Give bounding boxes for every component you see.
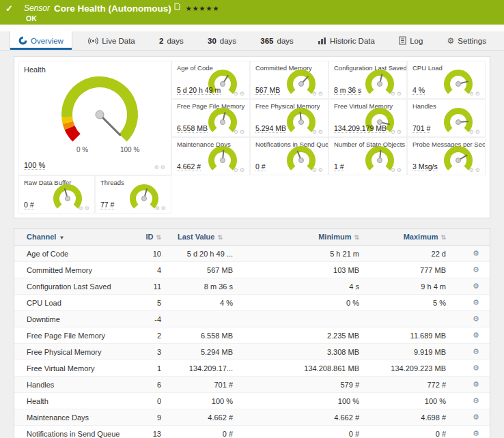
sort-icon: ⇅	[156, 234, 161, 241]
column-header-minimum[interactable]: Minimum⇅	[238, 229, 365, 246]
channel-gauge-cell[interactable]: Handles 701 # ⚙⚙	[407, 99, 486, 137]
channel-table-row[interactable]: Free Virtual Memory 1 134.209.17... 134.…	[14, 360, 490, 377]
channel-table-row[interactable]: Downtime -4 ⚙	[14, 311, 490, 327]
channel-settings-icon[interactable]: ⚙	[473, 364, 479, 372]
gauge-value[interactable]: 8 m 36 s	[334, 86, 361, 95]
tab-settings[interactable]: ⚙ Settings	[439, 31, 494, 50]
channel-gauge-cell[interactable]: Maintenance Days 4.662 # ⚙⚙	[171, 137, 250, 175]
channel-name[interactable]: Maintenance Days	[14, 409, 134, 426]
bottom-gauge-row: Raw Data Buffer 0 # ⚙⚙ Threads 77 # ⚙⚙	[18, 175, 171, 214]
channel-name[interactable]: Handles	[14, 377, 134, 393]
channel-table-row[interactable]: Committed Memory 4 567 MB 103 MB 777 MB …	[14, 262, 490, 278]
channel-gauge-cell[interactable]: Probe Messages per Second 3 Msg/s ⚙⚙	[407, 137, 486, 175]
channel-table-row[interactable]: Free Physical Memory 3 5.294 MB 3.308 MB…	[14, 344, 490, 360]
channel-gauge-cell[interactable]: Free Page File Memory 6.558 MB ⚙⚙	[171, 99, 250, 137]
channel-table-row[interactable]: Free Page File Memory 2 6.558 MB 2.235 M…	[14, 327, 490, 344]
channel-name[interactable]: Free Virtual Memory	[14, 360, 134, 377]
gauge-settings-icons[interactable]: ⚙⚙	[155, 205, 167, 211]
channel-settings-icon[interactable]: ⚙	[473, 396, 479, 405]
health-gauge-cell[interactable]: Health 0 % 100 % 100 % ⚙⚙	[18, 61, 171, 175]
channel-name[interactable]: Committed Memory	[14, 262, 134, 278]
column-header-channel[interactable]: Channel▼	[14, 229, 134, 246]
channel-name[interactable]: Health	[14, 393, 134, 409]
gauge-value[interactable]: 100 %	[24, 161, 45, 170]
gauge-value[interactable]: 701 #	[412, 124, 430, 133]
gauge-value[interactable]: 5.294 MB	[255, 124, 286, 133]
gauge-settings-icons[interactable]: ⚙⚙	[234, 167, 246, 173]
channel-settings-icon[interactable]: ⚙	[473, 380, 479, 388]
gauge-value[interactable]: 4.662 #	[177, 162, 201, 171]
channel-gauge-cell[interactable]: Raw Data Buffer 0 # ⚙⚙	[18, 175, 95, 214]
gauge-settings-icons[interactable]: ⚙⚙	[391, 91, 403, 97]
channel-gauge-cell[interactable]: Threads 77 # ⚙⚙	[95, 175, 171, 214]
channel-settings-icon[interactable]: ⚙	[473, 265, 479, 274]
channel-name[interactable]: Free Page File Memory	[14, 327, 134, 344]
channel-table-row[interactable]: Handles 6 701 # 579 # 772 # ⚙	[14, 377, 490, 393]
tab-overview[interactable]: Overview	[10, 31, 72, 50]
gauge-settings-icons[interactable]: ⚙⚙	[469, 167, 481, 173]
gauge-value[interactable]: 567 MB	[255, 86, 280, 95]
channel-gauge-cell[interactable]: Number of State Objects 1 # ⚙⚙	[328, 137, 407, 175]
channel-name[interactable]: Notifications in Send Queue	[14, 426, 134, 438]
channel-name[interactable]: Downtime	[14, 311, 134, 327]
tab-365-days[interactable]: 365 days	[252, 31, 301, 50]
gauge-settings-icons[interactable]: ⚙⚙	[391, 129, 403, 135]
channel-gauge-cell[interactable]: CPU Load 4 % ⚙⚙	[407, 61, 486, 99]
channel-gauge-cell[interactable]: Notifications in Send Queue 0 # ⚙⚙	[250, 137, 328, 175]
gauge-value[interactable]: 4 %	[412, 86, 425, 95]
gauge-value[interactable]: 0 #	[24, 201, 34, 209]
gauge-settings-icons[interactable]: ⚙⚙	[234, 129, 246, 135]
gauge-settings-icons[interactable]: ⚙⚙	[391, 167, 403, 173]
tab-log[interactable]: Log	[391, 31, 431, 50]
gauge-value[interactable]: 134.209.179 MB	[334, 124, 387, 133]
channel-settings-icon[interactable]: ⚙	[473, 331, 479, 339]
tab-30-days[interactable]: 30 days	[199, 31, 244, 50]
tab-historic-data[interactable]: Historic Data	[309, 31, 383, 50]
channel-settings-icon[interactable]: ⚙	[473, 347, 479, 355]
gauge-settings-icons[interactable]: ⚙⚙	[469, 91, 481, 97]
channel-name[interactable]: CPU Load	[14, 295, 134, 311]
gauge-value[interactable]: 6.558 MB	[177, 124, 208, 133]
channel-table-row[interactable]: Configuration Last Saved 11 8 m 36 s 4 s…	[14, 278, 490, 295]
gauge-value[interactable]: 0 #	[255, 162, 266, 171]
gauge-settings-icons[interactable]: ⚙⚙	[234, 91, 246, 97]
channel-table-row[interactable]: Age of Code 10 5 d 20 h 49 ... 5 h 21 m …	[14, 246, 490, 262]
channel-name[interactable]: Age of Code	[14, 246, 134, 262]
channel-gauge-cell[interactable]: Committed Memory 567 MB ⚙⚙	[250, 61, 328, 99]
gauge-value[interactable]: 1 #	[334, 162, 344, 171]
gauge-settings-icons[interactable]: ⚙⚙	[154, 164, 167, 171]
channel-name[interactable]: Configuration Last Saved	[14, 278, 134, 295]
channel-settings-icon[interactable]: ⚙	[473, 298, 479, 306]
gauge-settings-icons[interactable]: ⚙⚙	[79, 205, 91, 211]
tab-2-days[interactable]: 2 days	[151, 31, 192, 50]
channel-table-row[interactable]: Health 0 100 % 100 % 100 % ⚙	[14, 393, 490, 409]
priority-stars[interactable]: ★★★★★	[186, 5, 220, 12]
channel-table-row[interactable]: Notifications in Send Queue 13 0 # 0 # 0…	[14, 426, 490, 438]
column-header-last-value[interactable]: Last Value⇅	[167, 229, 238, 246]
channel-gauge-cell[interactable]: Configuration Last Saved 8 m 36 s ⚙⚙	[328, 61, 407, 99]
channel-settings-icon[interactable]: ⚙	[473, 315, 479, 323]
gauge-value[interactable]: 77 #	[100, 201, 114, 209]
column-header-id[interactable]: ID⇅	[134, 229, 167, 246]
channel-gauge-cell[interactable]: Free Physical Memory 5.294 MB ⚙⚙	[250, 99, 328, 137]
channel-name[interactable]: Free Physical Memory	[14, 344, 134, 360]
channel-settings-icon[interactable]: ⚙	[473, 413, 479, 421]
gauge-value[interactable]: 5 d 20 h 49 m	[177, 86, 221, 95]
channel-settings-icon[interactable]: ⚙	[473, 249, 479, 257]
sensor-page-icon[interactable]	[174, 3, 180, 10]
channel-gauge-cell[interactable]: Free Virtual Memory 134.209.179 MB ⚙⚙	[328, 99, 407, 137]
channel-minimum: 579 #	[238, 377, 365, 393]
gauge-settings-icons[interactable]: ⚙⚙	[312, 129, 324, 135]
tab-live-data[interactable]: Live Data	[80, 31, 143, 50]
channel-table-row[interactable]: Maintenance Days 9 4.662 # 4.662 # 4.698…	[14, 409, 490, 426]
channel-settings-icon[interactable]: ⚙	[473, 429, 479, 437]
gauge-value[interactable]: 3 Msg/s	[412, 162, 438, 171]
gauge-settings-icons[interactable]: ⚙⚙	[469, 129, 481, 135]
gauge-settings-icons[interactable]: ⚙⚙	[312, 91, 324, 97]
gauge-scale-max: 100 %	[120, 146, 139, 154]
channel-gauge-cell[interactable]: Age of Code 5 d 20 h 49 m ⚙⚙	[171, 61, 250, 99]
channel-table-row[interactable]: CPU Load 5 4 % 0 % 5 % ⚙	[14, 295, 490, 311]
gauge-settings-icons[interactable]: ⚙⚙	[312, 167, 324, 173]
channel-settings-icon[interactable]: ⚙	[473, 282, 479, 290]
column-header-maximum[interactable]: Maximum⇅	[365, 229, 462, 246]
